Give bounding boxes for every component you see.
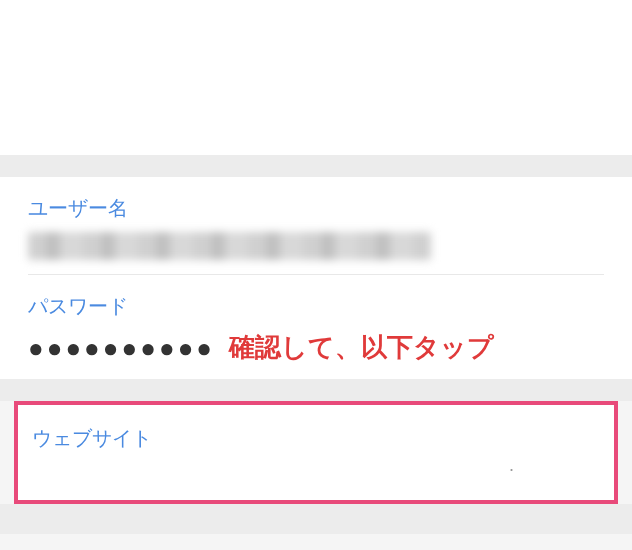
annotation-text: 確認して、以下タップ [229, 330, 494, 365]
username-value-obscured [28, 232, 431, 260]
username-label: ユーザー名 [28, 195, 604, 222]
website-field[interactable]: ウェブサイト . [14, 401, 618, 504]
password-field[interactable]: パスワード ●●●●●●●●●● 確認して、以下タップ [28, 275, 604, 379]
credentials-section: ユーザー名 パスワード ●●●●●●●●●● 確認して、以下タップ [0, 177, 632, 379]
password-value-masked: ●●●●●●●●●● [28, 335, 215, 361]
website-label: ウェブサイト [32, 427, 152, 449]
username-field[interactable]: ユーザー名 [28, 177, 604, 275]
bottom-spacer [0, 504, 632, 534]
header-spacer [0, 0, 632, 155]
decorative-dot: . [509, 455, 514, 476]
section-divider [0, 379, 632, 401]
section-divider [0, 155, 632, 177]
password-label: パスワード [28, 293, 604, 320]
